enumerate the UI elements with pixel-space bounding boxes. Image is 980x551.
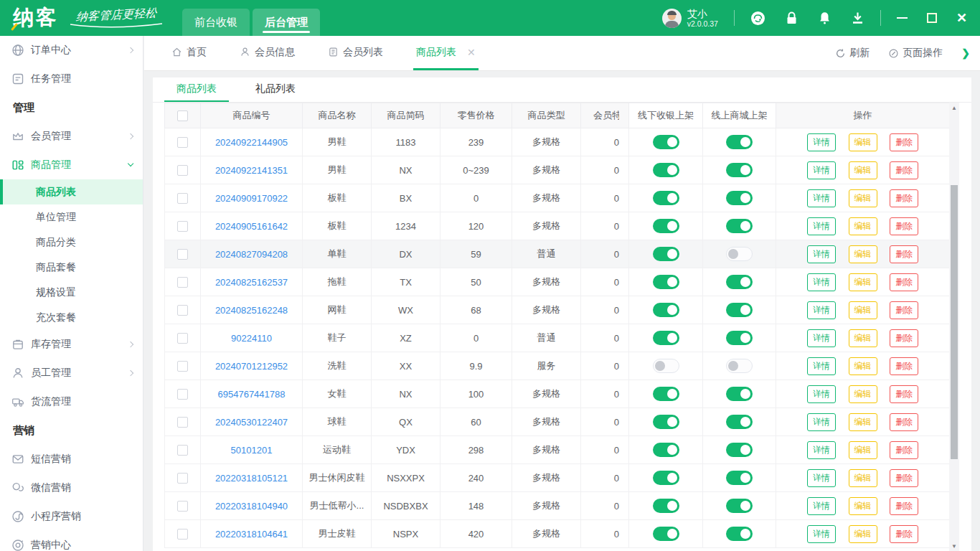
offline-shelf-toggle[interactable] [653, 163, 679, 177]
detail-button[interactable]: 详情 [807, 441, 836, 459]
nav-tab-backoffice[interactable]: 后台管理 [253, 9, 320, 36]
online-shelf-toggle[interactable] [726, 499, 753, 513]
nav-tab-frontdesk[interactable]: 前台收银 [182, 9, 250, 36]
offline-shelf-toggle[interactable] [653, 303, 679, 317]
tab-member-info[interactable]: 会员信息 [237, 36, 298, 70]
scrollbar-thumb[interactable] [951, 185, 958, 459]
scroll-up-icon[interactable]: ▲ [949, 103, 959, 113]
detail-button[interactable]: 详情 [807, 413, 836, 431]
detail-button[interactable]: 详情 [807, 273, 836, 291]
product-code-link[interactable]: 20240922141351 [215, 165, 288, 176]
online-shelf-toggle[interactable] [726, 443, 753, 457]
edit-button[interactable]: 编辑 [849, 441, 877, 459]
sidebar-item-product-management[interactable]: 商品管理 [0, 151, 143, 179]
online-shelf-toggle[interactable] [726, 471, 753, 485]
edit-button[interactable]: 编辑 [849, 301, 877, 319]
product-code-link[interactable]: 20240825162537 [215, 277, 288, 288]
row-checkbox[interactable] [177, 417, 188, 428]
product-code-link[interactable]: 20240905161642 [215, 221, 288, 232]
lock-icon[interactable] [785, 11, 798, 25]
window-minimize-button[interactable] [897, 17, 908, 19]
detail-button[interactable]: 详情 [807, 357, 836, 375]
detail-button[interactable]: 详情 [807, 497, 836, 515]
tab-gift-list-inner[interactable]: 礼品列表 [243, 77, 308, 102]
delete-button[interactable]: 删除 [890, 273, 918, 291]
edit-button[interactable]: 编辑 [849, 469, 877, 487]
detail-button[interactable]: 详情 [807, 469, 836, 487]
delete-button[interactable]: 删除 [890, 525, 918, 543]
row-checkbox[interactable] [177, 193, 188, 204]
detail-button[interactable]: 详情 [807, 385, 836, 403]
product-code-link[interactable]: 20220318104940 [215, 501, 288, 512]
online-shelf-toggle[interactable] [726, 135, 753, 149]
edit-button[interactable]: 编辑 [849, 133, 877, 151]
product-code-link[interactable]: 20240701212952 [215, 361, 288, 372]
offline-shelf-toggle[interactable] [653, 387, 679, 401]
row-checkbox[interactable] [177, 445, 188, 456]
row-checkbox[interactable] [177, 249, 188, 260]
sidebar-item-member-management[interactable]: 会员管理 [0, 122, 143, 151]
sidebar-subitem-product-category[interactable]: 商品分类 [0, 230, 143, 255]
detail-button[interactable]: 详情 [807, 245, 836, 263]
row-checkbox[interactable] [177, 501, 188, 512]
sidebar-item-order-center[interactable]: 订单中心 [0, 36, 143, 65]
edit-button[interactable]: 编辑 [849, 217, 877, 235]
offline-shelf-toggle[interactable] [653, 191, 679, 205]
edit-button[interactable]: 编辑 [849, 413, 877, 431]
sidebar-item-marketing-center[interactable]: 营销中心 [0, 531, 143, 551]
sidebar-subitem-recharge-package[interactable]: 充次套餐 [0, 305, 143, 330]
delete-button[interactable]: 删除 [890, 301, 918, 319]
delete-button[interactable]: 删除 [890, 441, 918, 459]
tab-member-list[interactable]: 会员列表 [325, 36, 386, 70]
delete-button[interactable]: 删除 [890, 357, 918, 375]
product-code-link[interactable]: 90224110 [231, 333, 272, 344]
page-operations-button[interactable]: 页面操作 [888, 47, 943, 60]
sidebar-subitem-product-package[interactable]: 商品套餐 [0, 255, 143, 280]
product-code-link[interactable]: 20240827094208 [215, 249, 288, 260]
offline-shelf-toggle[interactable] [653, 219, 679, 233]
product-code-link[interactable]: 50101201 [231, 445, 273, 456]
online-shelf-toggle[interactable] [726, 387, 753, 401]
detail-button[interactable]: 详情 [807, 329, 836, 347]
delete-button[interactable]: 删除 [890, 161, 918, 179]
vertical-scrollbar[interactable]: ▲ ▼ [949, 103, 959, 551]
sidebar-item-miniprogram-marketing[interactable]: 小程序营销 [0, 502, 143, 531]
row-checkbox[interactable] [177, 221, 188, 232]
edit-button[interactable]: 编辑 [849, 525, 877, 543]
edit-button[interactable]: 编辑 [849, 497, 877, 515]
product-code-link[interactable]: 20240530122407 [215, 417, 288, 428]
sidebar-item-staff-management[interactable]: 员工管理 [0, 359, 143, 387]
edit-button[interactable]: 编辑 [849, 329, 877, 347]
detail-button[interactable]: 详情 [807, 161, 836, 179]
online-shelf-toggle[interactable] [726, 275, 753, 289]
detail-button[interactable]: 详情 [807, 525, 836, 543]
bell-icon[interactable] [818, 11, 831, 25]
product-code-link[interactable]: 20220318104641 [215, 529, 288, 540]
offline-shelf-toggle[interactable] [653, 499, 679, 513]
tab-product-list[interactable]: 商品列表 ✕ [413, 36, 479, 70]
online-shelf-toggle[interactable] [726, 527, 753, 541]
sidebar-item-task-management[interactable]: 任务管理 [0, 65, 143, 93]
refresh-button[interactable]: 刷新 [835, 47, 870, 60]
detail-button[interactable]: 详情 [807, 301, 836, 319]
delete-button[interactable]: 删除 [890, 217, 918, 235]
window-close-button[interactable]: ✕ [956, 11, 967, 24]
edit-button[interactable]: 编辑 [849, 189, 877, 207]
offline-shelf-toggle[interactable] [653, 527, 679, 541]
offline-shelf-toggle[interactable] [653, 415, 679, 429]
edit-button[interactable]: 编辑 [849, 385, 877, 403]
delete-button[interactable]: 删除 [890, 413, 918, 431]
edit-button[interactable]: 编辑 [849, 161, 877, 179]
row-checkbox[interactable] [177, 277, 188, 288]
tab-home[interactable]: 首页 [169, 36, 209, 70]
select-all-checkbox[interactable] [177, 110, 188, 121]
delete-button[interactable]: 删除 [890, 385, 918, 403]
delete-button[interactable]: 删除 [890, 245, 918, 263]
online-shelf-toggle[interactable] [726, 191, 753, 205]
sidebar-subitem-product-list[interactable]: 商品列表 [0, 179, 143, 204]
product-code-link[interactable]: 6954767441788 [218, 389, 286, 400]
sidebar-subitem-unit-management[interactable]: 单位管理 [0, 204, 143, 230]
delete-button[interactable]: 删除 [890, 133, 918, 151]
online-shelf-toggle[interactable] [726, 359, 753, 373]
online-shelf-toggle[interactable] [726, 303, 753, 317]
